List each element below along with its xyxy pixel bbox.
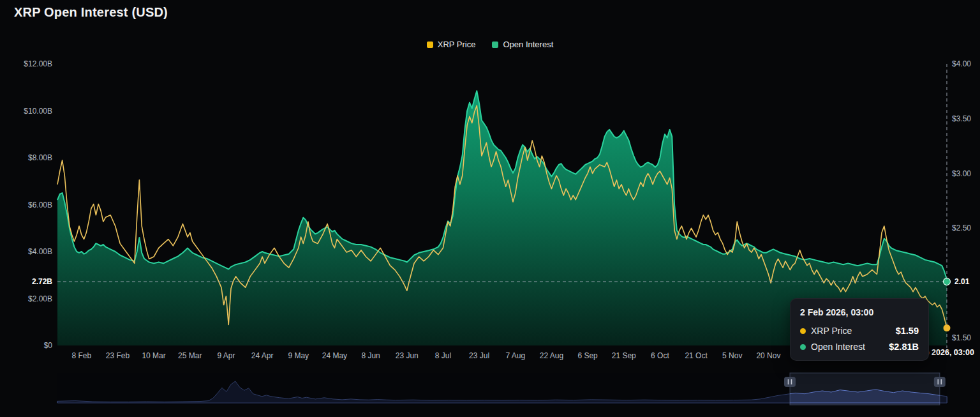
x-axis-tick: 21 Oct (685, 351, 708, 360)
x-axis-tick: 25 Mar (178, 351, 202, 360)
tooltip-row-open-interest: Open Interest $2.81B (800, 342, 919, 352)
xrp-open-interest-page: XRP Open Interest (USD) XRP Price Open I… (0, 0, 980, 417)
legend-label-open-interest: Open Interest (503, 40, 553, 49)
x-axis-tick: 23 Jun (396, 351, 419, 360)
tooltip-xrp-price-value: $1.59 (896, 326, 919, 336)
left-axis-tick: $8.00B (28, 153, 52, 162)
x-axis-tick: 10 Mar (142, 351, 165, 360)
x-axis: 8 Feb23 Feb10 Mar25 Mar9 Apr24 Apr9 May2… (71, 351, 780, 360)
x-axis-tick: 8 Feb (71, 351, 91, 360)
left-axis-tick: $6.00B (28, 201, 52, 209)
x-axis-tick: 22 Aug (540, 351, 563, 360)
x-axis-tick: 9 Apr (217, 351, 235, 360)
tooltip-xrp-price-label: XRP Price (811, 326, 852, 336)
right-axis-tick: $4.00 (952, 59, 971, 68)
x-axis-tick: 20 Nov (756, 351, 780, 360)
open-interest-dot-icon (800, 344, 806, 350)
tooltip-timestamp: 2 Feb 2026, 03:00 (800, 307, 919, 317)
open-interest-swatch-icon (492, 42, 498, 48)
page-title: XRP Open Interest (USD) (14, 5, 168, 20)
xrp-price-dot-icon (800, 328, 806, 334)
chart-legend: XRP Price Open Interest (0, 40, 980, 49)
left-axis-tick: $4.00B (28, 247, 52, 256)
legend-label-xrp-price: XRP Price (438, 40, 476, 49)
right-axis-tick: $3.50 (952, 114, 971, 123)
x-axis-tick: 8 Jul (435, 351, 451, 360)
left-axis: $12.00B$10.00B$8.00B$6.00B$4.00B$2.00B$0 (24, 59, 52, 350)
legend-item-open-interest[interactable]: Open Interest (492, 40, 553, 49)
navigator-handle-left[interactable] (784, 377, 796, 387)
x-axis-tick: 24 Apr (251, 351, 274, 360)
right-axis: $4.00$3.50$3.00$2.50$1.50 (952, 59, 971, 342)
x-axis-tick: 6 Oct (651, 351, 669, 360)
tooltip-row-xrp-price: XRP Price $1.59 (800, 326, 919, 336)
navigator-selection[interactable] (790, 373, 940, 405)
navigator-dim-left (57, 373, 790, 405)
right-axis-tick: $3.00 (952, 169, 971, 178)
x-axis-tick: 5 Nov (722, 351, 742, 360)
x-axis-tick: 23 Feb (106, 351, 130, 360)
oi-current-value-left-label: 2.72B (32, 277, 52, 286)
x-axis-tick: 7 Aug (505, 351, 525, 360)
left-axis-tick: $2.00B (28, 294, 52, 303)
oi-current-value-right-label: 2.01 (954, 277, 970, 286)
x-axis-tick: 21 Sep (612, 351, 636, 360)
x-axis-tick: 8 Jun (361, 351, 380, 360)
tooltip-open-interest-value: $2.81B (889, 342, 919, 352)
x-axis-tick: 23 Jul (469, 351, 489, 360)
tooltip-open-interest-label: Open Interest (811, 342, 865, 352)
left-axis-tick: $12.00B (24, 59, 52, 68)
xrp-price-swatch-icon (427, 42, 433, 48)
xrp-price-marker-dot (944, 324, 951, 331)
open-interest-marker-dot (944, 278, 951, 285)
left-axis-tick: $10.00B (24, 107, 52, 116)
navigator[interactable] (57, 373, 947, 405)
legend-item-xrp-price[interactable]: XRP Price (427, 40, 476, 49)
right-axis-tick: $1.50 (952, 333, 971, 342)
right-axis-tick: $2.50 (952, 224, 971, 232)
navigator-handle-right[interactable] (934, 377, 946, 387)
x-axis-tick: 9 May (288, 351, 309, 360)
x-axis-tick: 24 May (322, 351, 347, 360)
x-axis-tick: 6 Sep (577, 351, 598, 360)
chart-tooltip: 2 Feb 2026, 03:00 XRP Price $1.59 Open I… (790, 298, 929, 361)
left-axis-tick: $0 (44, 341, 53, 350)
